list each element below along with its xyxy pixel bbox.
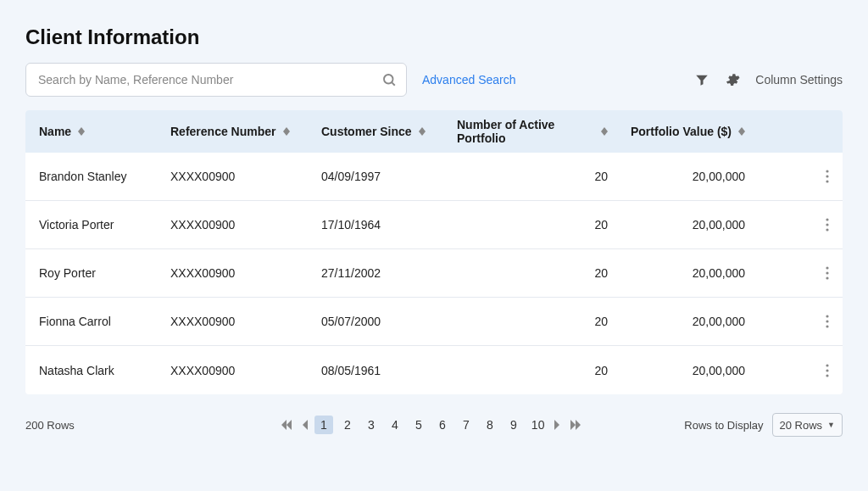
rows-display: Rows to Display 20 Rows ▼ xyxy=(684,413,843,437)
page-button[interactable]: 9 xyxy=(504,416,523,434)
table-header: Name Reference Number Customer Since xyxy=(25,110,843,153)
cell-active: 20 xyxy=(457,315,618,328)
pagination: 1 2 3 4 5 6 7 8 9 10 xyxy=(178,416,684,434)
svg-point-0 xyxy=(384,75,393,84)
cell-since: 27/11/2002 xyxy=(321,266,457,280)
page-button[interactable]: 8 xyxy=(481,416,499,434)
cell-reference: XXXX00900 xyxy=(170,170,321,183)
gear-icon[interactable] xyxy=(725,72,740,87)
table-row: Roy Porter XXXX00900 27/11/2002 20 20,00… xyxy=(25,249,843,298)
column-settings-link[interactable]: Column Settings xyxy=(755,73,843,86)
page-button[interactable]: 5 xyxy=(409,416,428,434)
sort-icon xyxy=(283,127,290,136)
rows-to-display-label: Rows to Display xyxy=(684,419,763,432)
page-button[interactable]: 3 xyxy=(362,416,381,434)
page-button[interactable]: 2 xyxy=(338,416,357,434)
cell-active: 20 xyxy=(457,266,618,280)
table-row: Natasha Clark XXXX00900 08/05/1961 20 20… xyxy=(25,346,843,394)
svg-point-11 xyxy=(826,315,828,317)
page-button[interactable]: 1 xyxy=(314,416,333,434)
cell-reference: XXXX00900 xyxy=(170,266,321,280)
cell-name: Victoria Porter xyxy=(39,218,170,232)
cell-value: 20,00,000 xyxy=(618,315,771,328)
svg-point-9 xyxy=(826,271,828,274)
column-header-active-portfolio[interactable]: Number of Active Portfolio xyxy=(457,118,618,145)
cell-active: 20 xyxy=(457,364,618,377)
svg-line-1 xyxy=(392,82,394,85)
last-page-icon[interactable] xyxy=(568,420,583,430)
cell-value: 20,00,000 xyxy=(618,218,771,232)
sort-icon xyxy=(738,127,745,136)
page-title: Client Information xyxy=(25,25,843,49)
more-icon[interactable] xyxy=(826,170,829,183)
column-header-portfolio-value[interactable]: Portfolio Value ($) xyxy=(618,125,771,138)
cell-name: Fionna Carrol xyxy=(39,315,170,328)
prev-page-icon[interactable] xyxy=(299,420,309,430)
more-icon[interactable] xyxy=(826,364,829,377)
svg-point-13 xyxy=(826,325,828,327)
rows-per-page-value: 20 Rows xyxy=(780,419,823,432)
more-icon[interactable] xyxy=(826,266,829,280)
svg-point-15 xyxy=(826,369,828,371)
table-body: Brandon Stanley XXXX00900 04/09/1997 20 … xyxy=(25,153,843,394)
svg-point-5 xyxy=(826,218,828,220)
page-button[interactable]: 10 xyxy=(528,416,548,434)
cell-name: Natasha Clark xyxy=(39,364,170,377)
cell-reference: XXXX00900 xyxy=(170,364,321,377)
sort-icon xyxy=(419,127,426,136)
column-header-label: Number of Active Portfolio xyxy=(457,118,594,145)
page-button[interactable]: 6 xyxy=(433,416,452,434)
chevron-down-icon: ▼ xyxy=(827,421,835,429)
more-icon[interactable] xyxy=(826,315,829,328)
cell-since: 05/07/2000 xyxy=(321,315,457,328)
cell-name: Roy Porter xyxy=(39,266,170,280)
cell-active: 20 xyxy=(457,170,618,183)
page-button[interactable]: 7 xyxy=(457,416,476,434)
page-button[interactable]: 4 xyxy=(386,416,404,434)
cell-name: Brandon Stanley xyxy=(39,170,170,183)
svg-point-16 xyxy=(826,374,828,377)
table-row: Fionna Carrol XXXX00900 05/07/2000 20 20… xyxy=(25,298,843,346)
column-header-reference[interactable]: Reference Number xyxy=(170,125,321,138)
cell-since: 08/05/1961 xyxy=(321,364,457,377)
rows-count: 200 Rows xyxy=(25,419,178,432)
svg-point-3 xyxy=(826,175,828,177)
table-row: Victoria Porter XXXX00900 17/10/1964 20 … xyxy=(25,201,843,249)
svg-point-6 xyxy=(826,223,828,226)
cell-since: 17/10/1964 xyxy=(321,218,457,232)
svg-point-10 xyxy=(826,276,828,279)
svg-point-4 xyxy=(826,180,828,182)
cell-value: 20,00,000 xyxy=(618,266,771,280)
table-footer: 200 Rows 1 2 3 4 5 6 7 8 9 10 Rows to Di… xyxy=(25,413,843,437)
search-input[interactable] xyxy=(25,63,407,97)
column-header-name[interactable]: Name xyxy=(39,125,170,138)
cell-since: 04/09/1997 xyxy=(321,170,457,183)
svg-point-8 xyxy=(826,266,828,269)
column-header-label: Portfolio Value ($) xyxy=(631,125,732,138)
first-page-icon[interactable] xyxy=(279,420,294,430)
column-header-label: Name xyxy=(39,125,71,138)
sort-icon xyxy=(78,127,85,136)
advanced-search-link[interactable]: Advanced Search xyxy=(422,73,516,86)
column-header-label: Customer Since xyxy=(321,125,412,138)
more-icon[interactable] xyxy=(826,218,829,232)
search-wrapper xyxy=(25,63,407,97)
rows-per-page-select[interactable]: 20 Rows ▼ xyxy=(772,413,843,437)
next-page-icon[interactable] xyxy=(553,420,563,430)
svg-point-2 xyxy=(826,170,828,172)
svg-point-14 xyxy=(826,364,828,366)
cell-value: 20,00,000 xyxy=(618,364,771,377)
table-row: Brandon Stanley XXXX00900 04/09/1997 20 … xyxy=(25,153,843,201)
filter-icon[interactable] xyxy=(694,72,709,87)
client-table: Name Reference Number Customer Since xyxy=(25,110,843,394)
cell-active: 20 xyxy=(457,218,618,232)
search-icon[interactable] xyxy=(381,72,397,87)
svg-point-12 xyxy=(826,320,828,322)
cell-value: 20,00,000 xyxy=(618,170,771,183)
cell-reference: XXXX00900 xyxy=(170,315,321,328)
toolbar: Advanced Search Column Settings xyxy=(25,63,843,97)
cell-reference: XXXX00900 xyxy=(170,218,321,232)
column-header-since[interactable]: Customer Since xyxy=(321,125,457,138)
sort-icon xyxy=(601,127,608,136)
column-header-label: Reference Number xyxy=(170,125,276,138)
